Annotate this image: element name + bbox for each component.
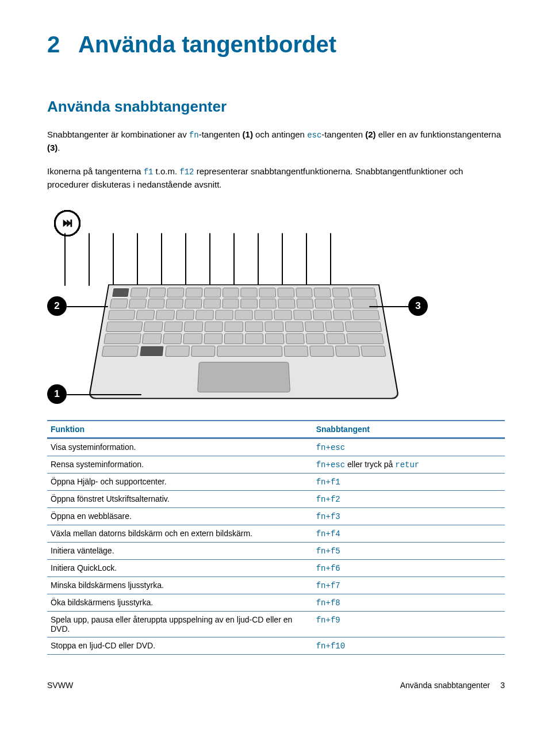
footer-page-number: 3 (500, 681, 505, 690)
function-cell: Öppna Hjälp- och supportcenter. (47, 474, 313, 491)
table-row: Öppna fönstret Utskriftsalternativ.fn+f2 (47, 491, 505, 508)
hotkey-cell: fn+f2 (313, 491, 505, 508)
table-row: Initiera QuickLock.fn+f6 (47, 560, 505, 577)
chapter-text: Använda tangentbordet (78, 32, 336, 57)
callout-3: 3 (408, 296, 428, 316)
hotkey-cell: fn+f8 (313, 594, 505, 612)
table-row: Öppna en webbläsare.fn+f3 (47, 508, 505, 525)
table-row: Initiera vänteläge.fn+f5 (47, 543, 505, 560)
function-cell: Växla mellan datorns bildskärm och en ex… (47, 525, 313, 543)
page-footer: SVWW Använda snabbtangenter3 (0, 655, 552, 690)
hotkey-cell: fn+f3 (313, 508, 505, 525)
callout-2: 2 (47, 296, 67, 316)
section-title: Använda snabbtangenter (47, 98, 505, 116)
table-row: Stoppa en ljud-CD eller DVD.fn+f10 (47, 637, 505, 655)
hotkey-cell: fn+f6 (313, 560, 505, 577)
footer-section: Använda snabbtangenter (400, 681, 490, 690)
function-cell: Initiera QuickLock. (47, 560, 313, 577)
hotkey-cell: fn+esc eller tryck på retur (313, 456, 505, 474)
svg-rect-31 (71, 220, 72, 227)
hotkey-table: Funktion Snabbtangent Visa systeminforma… (47, 420, 505, 655)
table-header-hotkey: Snabbtangent (313, 421, 505, 438)
table-row: Visa systeminformation.fn+esc (47, 438, 505, 456)
callout-1: 1 (47, 384, 67, 404)
table-row: Spela upp, pausa eller återuppta uppspel… (47, 612, 505, 637)
hotkey-cell: fn+esc (313, 438, 505, 456)
keyboard-shape (88, 284, 399, 399)
esc-key-name: esc (307, 131, 321, 140)
hotkey-cell: fn+f9 (313, 612, 505, 637)
table-row: Minska bildskärmens ljusstyrka.fn+f7 (47, 577, 505, 594)
function-cell: Öka bildskärmens ljusstyrka. (47, 594, 313, 612)
function-cell: Visa systeminformation. (47, 438, 313, 456)
function-cell: Spela upp, pausa eller återuppta uppspel… (47, 612, 313, 637)
function-cell: Öppna fönstret Utskriftsalternativ. (47, 491, 313, 508)
hotkey-cell: fn+f4 (313, 525, 505, 543)
hotkey-cell: fn+f1 (313, 474, 505, 491)
next-track-icon (54, 210, 80, 236)
function-cell: Minska bildskärmens ljusstyrka. (47, 577, 313, 594)
hotkey-cell: fn+f5 (313, 543, 505, 560)
function-cell: Initiera vänteläge. (47, 543, 313, 560)
fn-key-name: fn (189, 131, 199, 140)
table-row: Växla mellan datorns bildskärm och en ex… (47, 525, 505, 543)
keyboard-illustration: ? WWW (47, 201, 438, 408)
chapter-title: 2 Använda tangentbordet (47, 32, 505, 58)
table-row: Öka bildskärmens ljusstyrka.fn+f8 (47, 594, 505, 612)
function-cell: Rensa systeminformation. (47, 456, 313, 474)
function-cell: Stoppa en ljud-CD eller DVD. (47, 637, 313, 655)
footer-left: SVWW (47, 681, 73, 690)
table-row: Rensa systeminformation.fn+esc eller try… (47, 456, 505, 474)
function-cell: Öppna en webbläsare. (47, 508, 313, 525)
table-header-function: Funktion (47, 421, 313, 438)
intro-paragraph-2: Ikonerna på tangenterna f1 t.o.m. f12 re… (47, 165, 505, 192)
hotkey-cell: fn+f10 (313, 637, 505, 655)
intro-paragraph-1: Snabbtangenter är kombinationer av fn-ta… (47, 128, 505, 155)
table-row: Öppna Hjälp- och supportcenter.fn+f1 (47, 474, 505, 491)
chapter-number: 2 (47, 32, 60, 57)
hotkey-cell: fn+f7 (313, 577, 505, 594)
